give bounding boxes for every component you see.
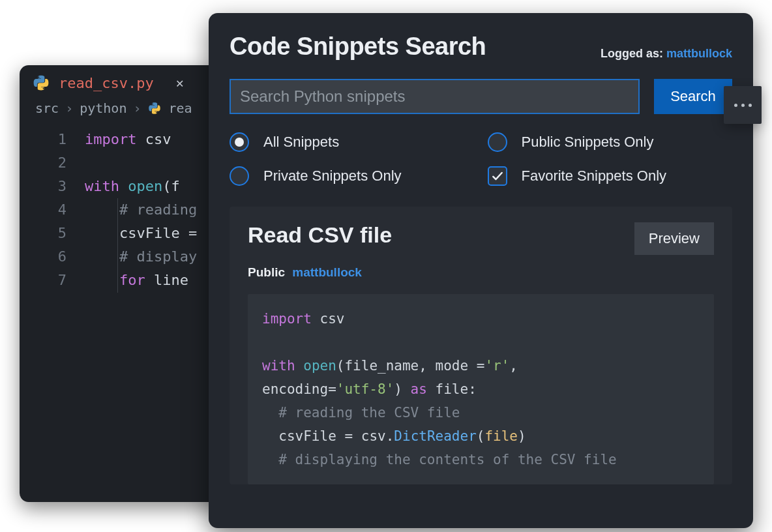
tab-filename: read_csv.py	[59, 75, 154, 91]
close-icon[interactable]: ✕	[176, 75, 184, 91]
logged-as: Logged as: mattbullock	[601, 47, 732, 61]
radio-icon	[488, 132, 507, 152]
python-icon	[33, 74, 50, 91]
owner-link[interactable]: mattbullock	[292, 265, 362, 279]
filter-label: Private Snippets Only	[263, 168, 402, 185]
snippet-code: import csv with open(file_name, mode ='r…	[248, 294, 714, 484]
result-title: Read CSV file	[248, 222, 392, 248]
radio-icon	[230, 132, 249, 152]
python-icon	[147, 101, 162, 115]
chevron-right-icon: ›	[133, 100, 141, 116]
filter-all-snippets[interactable]: All Snippets	[230, 132, 475, 152]
search-input[interactable]	[230, 79, 640, 114]
result-meta: Public mattbullock	[248, 265, 714, 280]
visibility-badge: Public	[248, 265, 285, 279]
chevron-right-icon: ›	[65, 100, 73, 116]
more-menu-icon[interactable]	[724, 86, 762, 124]
preview-button[interactable]: Preview	[634, 222, 714, 255]
filter-group: All Snippets Public Snippets Only Privat…	[230, 132, 732, 186]
filter-label: Favorite Snippets Only	[522, 168, 667, 185]
editor-tab[interactable]: read_csv.py ✕	[33, 74, 184, 91]
breadcrumb-seg: rea	[168, 100, 192, 116]
filter-label: All Snippets	[263, 134, 339, 151]
indent-guide	[117, 198, 118, 293]
breadcrumb-seg[interactable]: src	[35, 100, 59, 116]
page-title: Code Snippets Search	[230, 33, 486, 61]
result-card: Read CSV file Preview Public mattbullock…	[230, 207, 732, 484]
breadcrumb-seg[interactable]: python	[80, 100, 126, 116]
search-panel: Code Snippets Search Logged as: mattbull…	[209, 13, 753, 528]
filter-label: Public Snippets Only	[522, 134, 654, 151]
search-button[interactable]: Search	[654, 79, 732, 114]
line-gutter: 1 2 3 4 5 6 7	[20, 128, 85, 292]
filter-favorite-only[interactable]: Favorite Snippets Only	[488, 166, 733, 186]
filter-public-only[interactable]: Public Snippets Only	[488, 132, 733, 152]
radio-icon	[230, 166, 249, 186]
checkbox-icon	[488, 166, 507, 186]
username-link[interactable]: mattbullock	[666, 47, 732, 60]
filter-private-only[interactable]: Private Snippets Only	[230, 166, 475, 186]
